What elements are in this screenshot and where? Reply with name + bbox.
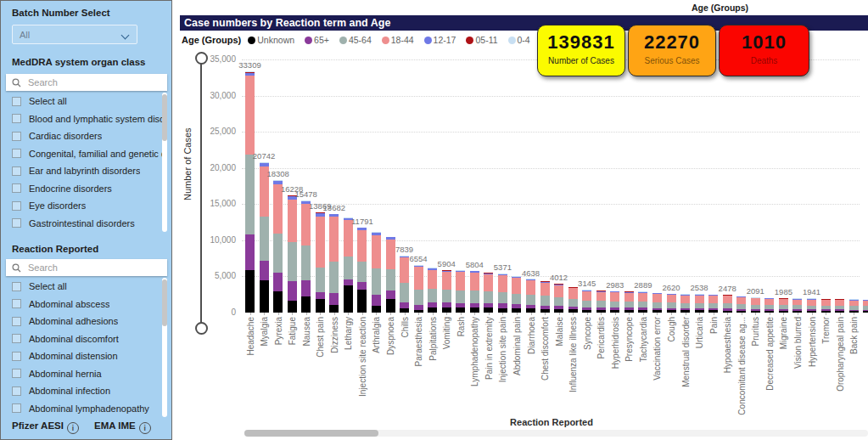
meddra-search[interactable] [6,74,167,91]
list-item[interactable]: Cardiac disorders [6,127,167,145]
bar-segment-18-44 [456,272,465,290]
list-item[interactable]: Abdominal discomfort [6,330,167,348]
pfizer-aesi-option-no[interactable]: No [6,436,82,440]
bar-headache[interactable] [245,71,255,313]
list-item[interactable]: Abdominal hernia [6,365,167,383]
bar-lethargy[interactable] [344,217,353,313]
list-item[interactable]: Congenital, familial and genetic d... [6,145,167,163]
bar-pericarditis[interactable] [596,291,606,313]
bar-segment-unknown [301,296,311,313]
reaction-search[interactable] [6,259,167,276]
bar-injection-site-pain[interactable] [498,274,507,313]
meddra-scrollbar[interactable] [162,93,167,232]
bar-palpitations[interactable] [428,268,437,313]
list-item[interactable]: Endocrine disorders [6,180,167,198]
bar-malaise[interactable] [554,284,563,313]
list-item[interactable]: Blood and lymphatic system disor... [6,110,167,128]
bar-segment-unknown [316,299,325,313]
legend-item[interactable]: 0-4 [508,35,530,45]
bar-tachycardia[interactable] [638,291,647,313]
bar-syncope[interactable] [582,290,591,313]
bar-paraesthesia[interactable] [414,265,423,313]
meddra-search-input[interactable] [26,76,167,88]
bar-urticaria[interactable] [695,294,704,313]
list-item[interactable]: Ear and labyrinth disorders [6,162,167,180]
reaction-search-input[interactable] [26,262,167,274]
legend-item[interactable]: 18-44 [382,35,414,45]
list-item[interactable]: Abdominal adhesions [6,313,167,330]
slider-handle-bottom[interactable] [195,322,208,335]
bar-fatigue[interactable] [288,195,297,313]
list-item[interactable]: Abdominal abscess [6,296,167,313]
list-item[interactable]: Abdominal lymphadenopathy [6,400,167,418]
meddra-scrollbar-thumb[interactable] [162,94,167,141]
reaction-scrollbar[interactable] [162,278,167,417]
info-icon[interactable]: i [139,422,151,434]
list-item[interactable]: Abdominal distension [6,347,167,365]
list-item[interactable]: Abdominal infection [6,382,167,400]
legend-item[interactable]: 65+ [305,35,329,45]
bar-lymphadenopathy[interactable] [470,271,479,313]
list-item-label: Endocrine disorders [29,183,112,194]
bar-diarrhoea[interactable] [526,279,535,313]
bar-segment-45-64 [260,217,269,261]
bar-value-label: 1941 [803,287,820,296]
bar-pain-in-extremity[interactable] [484,273,493,313]
bar-arthralgia[interactable] [372,232,381,313]
bar-presyncope[interactable] [624,291,634,313]
bar-partial[interactable] [863,300,868,313]
bar-value-label: 2478 [719,284,736,293]
bar-pain[interactable] [708,295,718,313]
checkbox [12,132,21,141]
bar-cough[interactable] [667,294,676,313]
ema-ime-option-no[interactable]: No [88,436,165,440]
bar-abdominal-pain[interactable] [512,276,521,313]
legend-item[interactable]: 05-11 [466,35,497,45]
bar-oropharyngeal-pain[interactable] [835,299,844,313]
bar-segment-18-44 [428,270,437,289]
list-item[interactable]: Gastrointestinal disorders [6,215,167,233]
x-tick [798,313,798,315]
chart-horizontal-scrollbar-thumb[interactable] [244,430,378,437]
list-item[interactable]: Eye disorders [6,197,167,215]
bar-chest-pain[interactable] [316,212,325,313]
bar-rash[interactable] [456,270,465,313]
legend-item[interactable]: Unknown [248,35,294,45]
bar-vomiting[interactable] [442,270,451,313]
bar-myalgia[interactable] [260,162,269,313]
legend-item[interactable]: 45-64 [339,35,372,45]
bar-back-pain[interactable] [849,299,859,313]
x-axis-label: Back pain [849,317,859,354]
bar-hyperhidrosis[interactable] [610,291,619,313]
bar-tremor[interactable] [821,299,831,313]
bar-dyspnoea[interactable] [386,237,395,313]
bar-pruritus[interactable] [751,297,760,313]
bar-segment-65- [301,280,311,296]
age-groups-note: Age (Groups) [692,3,748,13]
x-axis-label: Paraesthesia [414,317,423,366]
batch-number-dropdown[interactable]: All [12,25,137,44]
info-icon[interactable]: i [67,422,79,434]
bar-influenza-like-illness[interactable] [568,287,578,313]
reaction-scrollbar-thumb[interactable] [162,279,167,326]
bar-pyrexia[interactable] [273,180,283,313]
bar-segment-18-44 [821,300,831,306]
bar-nausea[interactable] [301,200,311,313]
bar-hypoaesthesia[interactable] [723,295,732,313]
bar-concomitant-disease-ag-[interactable] [736,296,746,313]
bar-vaccination-error[interactable] [652,293,662,313]
list-item[interactable]: Select all [6,278,167,296]
legend-item[interactable]: 12-17 [424,35,456,45]
bar-vision-blurred[interactable] [792,298,802,313]
list-item[interactable]: Select all [6,93,167,110]
bar-dizziness[interactable] [329,214,339,313]
bar-injection-site-reaction[interactable] [357,228,367,313]
bar-decreased-appetite[interactable] [764,298,774,313]
bar-hypertension[interactable] [807,298,816,313]
bar-chest-discomfort[interactable] [540,281,550,313]
bar-segment-18-44 [442,272,451,290]
bar-value-label: 18308 [266,169,288,178]
bar-chills[interactable] [400,256,409,313]
bar-menstrual-disorder[interactable] [680,294,690,313]
bar-migraine[interactable] [779,298,788,313]
